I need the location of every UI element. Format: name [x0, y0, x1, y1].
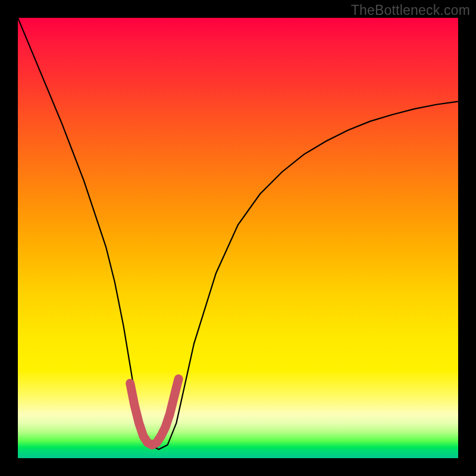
bottleneck-curve — [18, 18, 458, 449]
plot-area — [18, 18, 458, 458]
watermark-text: TheBottleneck.com — [351, 2, 470, 18]
chart-frame: TheBottleneck.com — [0, 0, 476, 476]
curve-svg — [18, 18, 458, 458]
